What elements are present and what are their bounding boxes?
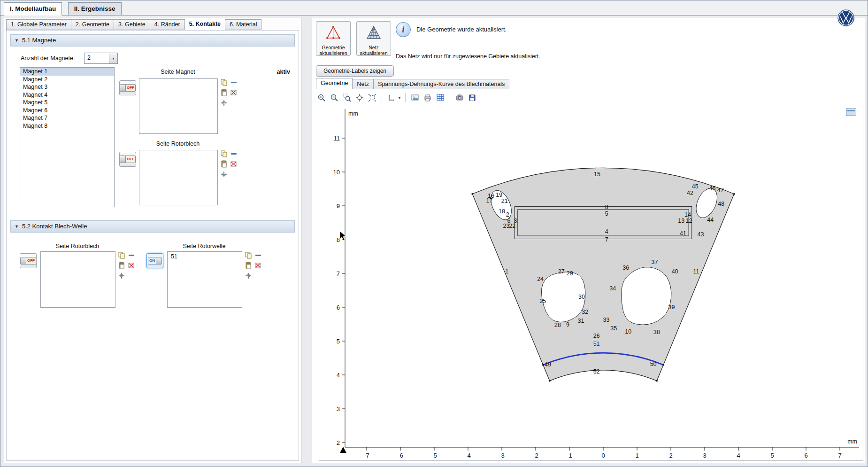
paste-icon[interactable] <box>220 89 228 97</box>
toggle-knob <box>156 257 161 264</box>
form-tab-3-gebiete[interactable]: 3. Gebiete <box>114 19 150 30</box>
edge-label: 37 <box>651 259 658 265</box>
graphics-tab-geometrie[interactable]: Geometrie <box>316 78 353 89</box>
geometrie-labels-button[interactable]: Geometrie-Labels zeigen <box>316 65 394 77</box>
section-title: 5.1 Magnete <box>22 37 56 44</box>
clear-selection-icon[interactable] <box>254 262 262 270</box>
netz-aktualisieren-button[interactable]: Netz aktualisieren <box>356 21 391 56</box>
form-tab-2-geometrie[interactable]: 2. Geometrie <box>71 19 114 30</box>
save-icon[interactable] <box>467 92 478 103</box>
toggle-knob <box>21 257 26 264</box>
magnet-side-toggle[interactable]: OFF <box>119 80 136 95</box>
edge-label: 51 <box>593 341 600 347</box>
edge-label: 36 <box>622 265 629 271</box>
zoom-box-icon[interactable] <box>341 92 353 103</box>
graphics-canvas[interactable]: -7-6-5-4-3-2-101234567234567891011mmmm12… <box>319 105 863 461</box>
edge-label: 48 <box>718 201 724 207</box>
edge-label: 9 <box>566 321 569 328</box>
form-tab-5-kontakte[interactable]: 5. Kontakte <box>184 19 225 30</box>
graphics-tab-spannungs-dehnungs-kurve[interactable]: Spannungs-Dehnungs-Kurve des Blechmateri… <box>373 79 509 89</box>
section-header-kontakt[interactable]: ▼5.2 Kontakt Blech-Welle <box>10 220 295 233</box>
graphics-tab-netz[interactable]: Netz <box>352 79 374 89</box>
anzahl-magnete-select[interactable]: 2 ▼ <box>84 53 118 64</box>
zoom-out-icon[interactable] <box>329 92 340 103</box>
section-header-magnete[interactable]: ▼5.1 Magnete <box>10 34 295 47</box>
edge-label: 38 <box>653 329 660 335</box>
edge-label: 29 <box>567 270 573 277</box>
magnet-list-item[interactable]: Magnet 7 <box>20 114 114 122</box>
edge-label: 34 <box>609 285 616 292</box>
kontakt-rotorwelle-label: Seite Rotorwelle <box>167 243 242 249</box>
clear-selection-icon[interactable] <box>230 89 238 97</box>
center-icon[interactable] <box>354 92 365 103</box>
extents-icon[interactable] <box>367 92 378 103</box>
print-icon[interactable] <box>422 92 433 103</box>
magnet-list-item[interactable]: Magnet 8 <box>20 122 114 130</box>
rotorblech-side-selection-list[interactable] <box>139 150 218 205</box>
paste-icon[interactable] <box>220 160 228 168</box>
edge-label: 19 <box>496 192 502 198</box>
remove-icon[interactable] <box>128 251 136 259</box>
magnet-list-item[interactable]: Magnet 3 <box>20 83 114 91</box>
magnet-list[interactable]: Magnet 1Magnet 2Magnet 3Magnet 4Magnet 5… <box>20 67 115 207</box>
info-message-2: Das Netz wird nur für zugewiesene Gebiet… <box>396 53 540 60</box>
copy-icon[interactable] <box>220 78 228 86</box>
magnet-list-item[interactable]: Magnet 2 <box>20 76 114 84</box>
magnet-list-item[interactable]: Magnet 6 <box>20 107 114 115</box>
zoom-selected-icon[interactable] <box>245 272 253 280</box>
magnet-side-selection-list[interactable] <box>139 78 218 134</box>
magnet-list-item[interactable]: Magnet 1 <box>20 68 114 76</box>
axis-tick-label: 1 <box>635 452 638 459</box>
collapse-icon: ▼ <box>15 35 19 46</box>
zoom-selected-icon[interactable] <box>220 99 228 107</box>
axis-tick-label: -1 <box>567 452 572 459</box>
tab-ergebnisse[interactable]: II. Ergebnisse <box>68 2 122 16</box>
remove-icon[interactable] <box>254 251 262 259</box>
axis-dropdown-icon[interactable] <box>386 92 397 103</box>
edge-label: 8 <box>605 204 608 210</box>
copy-icon[interactable] <box>220 150 228 158</box>
geometrie-aktualisieren-button[interactable]: Geometrie aktualisieren <box>316 21 351 56</box>
magnet-list-item[interactable]: Magnet 5 <box>20 99 114 107</box>
form-tab-1-globale-parameter[interactable]: 1. Globale Parameter <box>6 19 71 30</box>
chevron-down-icon[interactable]: ▼ <box>398 96 401 100</box>
edge-label: 41 <box>680 230 686 237</box>
zoom-in-icon[interactable] <box>316 92 327 103</box>
kontakt-rotorblech-toggle[interactable]: OFF <box>20 253 37 268</box>
zoom-selected-icon[interactable] <box>220 171 228 179</box>
kontakt-rotorblech-selection-list[interactable] <box>40 251 115 308</box>
paste-icon[interactable] <box>245 262 253 270</box>
edge-label: 27 <box>558 268 565 275</box>
clear-selection-icon[interactable] <box>230 160 238 168</box>
edge-label: 39 <box>668 304 675 311</box>
toggle-on-label: ON <box>148 257 156 264</box>
remove-icon[interactable] <box>230 150 238 158</box>
copy-icon[interactable] <box>118 251 126 259</box>
form-tab-6-material[interactable]: 6. Material <box>225 19 261 30</box>
graphics-tab-bar: GeometrieNetzSpannungs-Dehnungs-Kurve de… <box>316 78 509 89</box>
tab-modellaufbau[interactable]: I. Modellaufbau <box>4 2 62 16</box>
rotorblech-side-toggle[interactable]: OFF <box>119 152 136 167</box>
plot-window-icon[interactable] <box>846 109 856 116</box>
anzahl-magnete-value: 2 <box>84 53 109 63</box>
kontakt-rotorwelle-selection-list[interactable]: 51 <box>167 251 242 308</box>
edge-label: 23 <box>503 223 509 229</box>
camera-icon[interactable] <box>454 92 465 103</box>
edge-label: 17 <box>486 197 492 204</box>
export-image-icon[interactable] <box>409 92 421 103</box>
remove-icon[interactable] <box>230 78 238 86</box>
clear-selection-icon[interactable] <box>128 262 136 270</box>
zoom-selected-icon[interactable] <box>118 272 126 280</box>
kontakt-rotorwelle-toggle[interactable]: ON <box>146 253 163 268</box>
kontakt-rotorblech-label: Seite Rotorblech <box>40 243 115 249</box>
geometry-update-icon <box>325 24 342 43</box>
geometry-vertex <box>549 380 551 382</box>
copy-icon[interactable] <box>245 251 253 259</box>
section-title: 5.2 Kontakt Blech-Welle <box>22 223 87 230</box>
paste-icon[interactable] <box>118 262 126 270</box>
magnet-list-item[interactable]: Magnet 4 <box>20 91 114 99</box>
rotorblech-side-icons <box>220 150 246 180</box>
form-tab-4-r-nder[interactable]: 4. Ränder <box>150 19 185 30</box>
selected-boundary-item[interactable]: 51 <box>168 252 242 260</box>
grid-icon[interactable] <box>435 92 446 103</box>
